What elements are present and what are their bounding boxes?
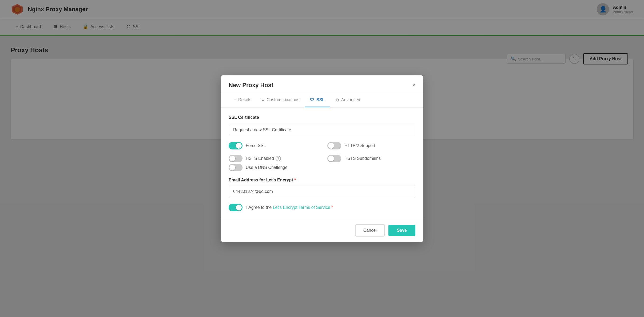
tab-details[interactable]: ↑ Details [229,93,257,107]
custom-locations-tab-label: Custom locations [267,97,299,102]
save-button[interactable]: Save [388,225,415,236]
hsts-toggle[interactable] [229,155,243,162]
http2-label: HTTP/2 Support [344,143,375,148]
force-ssl-track[interactable] [229,142,243,149]
email-section: Email Address for Let's Encrypt * [229,178,415,198]
terms-text: I Agree to the Let's Encrypt Terms of Se… [246,205,333,210]
hsts-subdomains-label: HSTS Subdomains [344,156,381,161]
toggles-grid: Force SSL HTTP/2 Support [229,142,415,162]
details-tab-icon: ↑ [234,97,236,102]
hsts-thumb [229,156,235,161]
custom-locations-tab-icon: ≡ [262,97,264,102]
ssl-tab-icon: 🛡 [310,97,314,102]
advanced-tab-label: Advanced [341,97,360,102]
email-label: Email Address for Let's Encrypt * [229,178,415,182]
hsts-subdomains-track[interactable] [327,155,341,162]
http2-track[interactable] [327,142,341,149]
toggle-row-dns: Use a DNS Challenge [229,164,415,171]
cancel-button[interactable]: Cancel [355,224,385,237]
tab-advanced[interactable]: ⚙ Advanced [330,93,365,108]
modal-overlay: New Proxy Host × ↑ Details ≡ Custom loca… [0,0,644,317]
tab-ssl[interactable]: 🛡 SSL [305,93,330,107]
hsts-label: HSTS Enabled ? [246,156,281,161]
hsts-subdomains-thumb [328,156,334,161]
advanced-tab-icon: ⚙ [335,97,339,103]
terms-prefix: I Agree to the [246,205,273,210]
ssl-tab-label: SSL [316,97,325,102]
toggle-row-hsts-subdomains: HSTS Subdomains [327,155,415,162]
terms-required-star: * [331,205,333,210]
certificate-select[interactable]: Request a new SSL Certificate [229,124,415,136]
toggle-row-force-ssl: Force SSL [229,142,317,149]
email-input[interactable] [229,185,415,198]
http2-toggle[interactable] [327,142,341,149]
dns-challenge-thumb [229,165,235,170]
toggle-row-http2: HTTP/2 Support [327,142,415,149]
modal: New Proxy Host × ↑ Details ≡ Custom loca… [221,75,423,242]
terms-toggle[interactable] [229,204,243,211]
tab-custom-locations[interactable]: ≡ Custom locations [257,93,305,107]
email-required-star: * [294,178,296,182]
modal-tabs: ↑ Details ≡ Custom locations 🛡 SSL ⚙ Adv… [221,93,423,108]
terms-row: I Agree to the Let's Encrypt Terms of Se… [229,204,415,211]
modal-body: SSL Certificate Request a new SSL Certif… [221,108,423,219]
http2-thumb [328,143,334,149]
email-label-text: Email Address for Let's Encrypt [229,178,293,182]
dns-challenge-track[interactable] [229,164,243,171]
hsts-help-icon[interactable]: ? [276,156,281,161]
hsts-track[interactable] [229,155,243,162]
dns-challenge-label: Use a DNS Challenge [246,165,288,170]
modal-footer: Cancel Save [221,219,423,242]
modal-title: New Proxy Host [229,82,273,89]
dns-challenge-toggle[interactable] [229,164,243,171]
force-ssl-toggle[interactable] [229,142,243,149]
hsts-subdomains-toggle[interactable] [327,155,341,162]
modal-header: New Proxy Host × [221,75,423,93]
force-ssl-label: Force SSL [246,143,266,148]
details-tab-label: Details [238,97,251,102]
modal-close-button[interactable]: × [412,82,415,88]
ssl-certificate-label: SSL Certificate [229,115,415,120]
toggle-row-hsts: HSTS Enabled ? [229,155,317,162]
terms-thumb [236,205,242,210]
terms-link[interactable]: Let's Encrypt Terms of Service [273,205,330,210]
terms-track[interactable] [229,204,243,211]
force-ssl-thumb [236,143,242,149]
